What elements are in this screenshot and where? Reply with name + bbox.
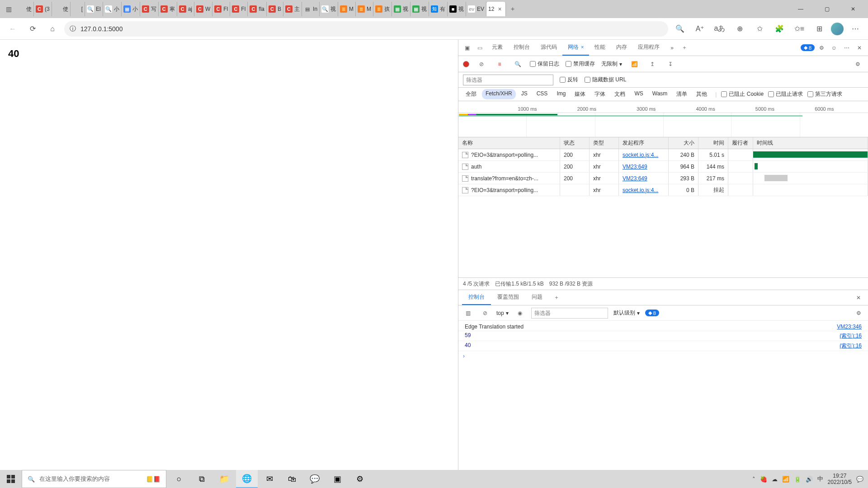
search-icon[interactable]: 🔍 <box>672 21 688 37</box>
network-request-row[interactable]: translate?from=en&to=zh-... 200 xhr VM23… <box>458 173 868 184</box>
browser-tab[interactable]: ▦视 <box>392 2 410 16</box>
tray-ime-indicator[interactable]: 中 <box>817 475 823 483</box>
console-line[interactable]: 59(索引):16 <box>458 331 868 341</box>
task-taskview-icon[interactable]: ⧉ <box>191 470 212 488</box>
tab-actions-icon[interactable]: ▥ <box>2 2 15 16</box>
disable-cache-checkbox[interactable]: 禁用缓存 <box>566 60 595 68</box>
add-tab-icon[interactable]: ＋ <box>679 42 690 54</box>
settings-icon[interactable]: ⚙ <box>816 42 827 54</box>
browser-tab[interactable]: C主 <box>283 2 302 16</box>
browser-tab[interactable]: Caj <box>177 2 194 16</box>
customize-icon[interactable]: ⋯ <box>841 42 853 54</box>
drawer-close-icon[interactable]: ✕ <box>853 292 864 304</box>
address-bar[interactable]: ⓘ 127.0.0.1:5000 <box>64 21 668 37</box>
issues-badge[interactable]: ◆ 8 <box>801 44 815 51</box>
task-pycharm-icon[interactable]: ▣ <box>326 470 348 488</box>
taskbar-search[interactable]: 🔍 在这里输入你要搜索的内容 📒📕 <box>22 470 166 488</box>
feedback-icon[interactable]: ☺ <box>828 42 840 54</box>
more-tabs-icon[interactable]: » <box>666 42 678 54</box>
network-type-filter[interactable]: 清单 <box>673 89 691 99</box>
col-initiator[interactable]: 发起程序 <box>619 137 669 149</box>
browser-tab[interactable]: ▦小 <box>122 2 140 16</box>
col-fulfilled[interactable]: 履行者 <box>728 137 753 149</box>
console-prompt[interactable]: › <box>458 351 868 361</box>
zoom-icon[interactable]: ⊕ <box>731 21 748 37</box>
tab-close-icon[interactable]: × <box>496 5 503 13</box>
browser-tab[interactable]: C(3 <box>34 2 52 16</box>
network-type-filter[interactable]: 其他 <box>693 89 711 99</box>
throttle-select[interactable]: 无限制 ▾ <box>601 60 622 68</box>
browser-tab[interactable]: 🔍视 <box>320 2 338 16</box>
browser-tab[interactable]: C寒 <box>159 2 177 16</box>
task-explorer-icon[interactable]: 📁 <box>213 470 235 488</box>
network-type-checkbox[interactable]: 已阻止请求 <box>768 90 803 98</box>
window-close-button[interactable]: ✕ <box>840 0 866 18</box>
export-har-icon[interactable]: ↧ <box>665 58 676 70</box>
col-time[interactable]: 时间 <box>698 137 728 149</box>
drawer-tab[interactable]: 问题 <box>525 290 549 305</box>
browser-tab[interactable]: ▤In <box>302 2 320 16</box>
browser-tab[interactable]: [ <box>71 2 85 16</box>
network-filter-input[interactable] <box>463 75 553 85</box>
console-level-select[interactable]: 默认级别 ▾ <box>613 309 640 317</box>
browser-tab[interactable]: 知有 <box>429 2 448 16</box>
hide-data-url-checkbox[interactable]: 隐藏数据 URL <box>585 76 626 84</box>
record-button[interactable] <box>463 61 469 67</box>
tray-clock[interactable]: 19:27 2022/10/5 <box>828 473 852 485</box>
browser-tab[interactable]: ▦视 <box>410 2 429 16</box>
network-type-filter[interactable]: Img <box>553 89 569 99</box>
drawer-tab[interactable]: 控制台 <box>462 290 491 305</box>
tray-battery-icon[interactable]: 🔋 <box>794 476 801 483</box>
browser-tab[interactable]: CB <box>267 2 283 16</box>
browser-tab[interactable]: ■视 <box>448 2 466 16</box>
nav-back-button[interactable]: ← <box>5 21 21 37</box>
inspect-icon[interactable]: ▣ <box>461 42 473 54</box>
task-cortana-icon[interactable]: ○ <box>168 470 190 488</box>
read-aloud-icon[interactable]: A⁺ <box>692 21 708 37</box>
tray-wifi-icon[interactable]: 📶 <box>782 476 789 483</box>
filter-icon[interactable]: ≡ <box>494 58 505 70</box>
browser-tab[interactable]: 🔍El <box>85 2 103 16</box>
network-conditions-icon[interactable]: 📶 <box>628 58 640 70</box>
console-filter-input[interactable] <box>531 308 608 319</box>
network-timeline-overview[interactable] <box>458 113 868 137</box>
devtools-tab[interactable]: 内存 <box>611 40 632 56</box>
extensions-icon[interactable]: 🧩 <box>771 21 788 37</box>
col-waterfall[interactable]: 时间线 <box>753 137 868 149</box>
col-size[interactable]: 大小 <box>669 137 698 149</box>
nav-refresh-button[interactable]: ⟳ <box>24 21 41 37</box>
more-icon[interactable]: ⋯ <box>847 21 863 37</box>
new-tab-button[interactable]: ＋ <box>506 2 519 16</box>
live-expression-icon[interactable]: ◉ <box>514 307 526 319</box>
tray-chevron-icon[interactable]: ˄ <box>752 476 755 483</box>
translate-icon[interactable]: aあ <box>712 21 728 37</box>
preserve-log-checkbox[interactable]: 保留日志 <box>530 60 559 68</box>
devtools-tab[interactable]: 控制台 <box>508 40 535 56</box>
console-issues-badge[interactable]: ◆ 8 <box>645 310 659 316</box>
nav-home-button[interactable]: ⌂ <box>44 21 61 37</box>
console-settings-icon[interactable]: ⚙ <box>853 307 864 319</box>
browser-tab[interactable]: ≣孩 <box>373 2 392 16</box>
browser-tab[interactable]: 🔍小 <box>103 2 122 16</box>
collections-icon[interactable]: ⊞ <box>811 21 827 37</box>
drawer-tab[interactable]: 覆盖范围 <box>491 290 525 305</box>
task-store-icon[interactable]: 🛍 <box>281 470 303 488</box>
browser-tab[interactable]: CFl <box>212 2 230 16</box>
task-edge-icon[interactable]: 🌐 <box>236 470 258 488</box>
devtools-tab[interactable]: 源代码 <box>535 40 562 56</box>
invert-checkbox[interactable]: 反转 <box>560 76 578 84</box>
tray-notifications-icon[interactable]: 💬 <box>856 476 863 483</box>
network-request-row[interactable]: ?EIO=3&transport=polling... xhr socket.i… <box>458 184 868 196</box>
browser-tab[interactable]: evEV <box>466 2 486 16</box>
devtools-tab[interactable]: 性能 <box>589 40 611 56</box>
task-wechat-icon[interactable]: 💬 <box>304 470 326 488</box>
network-type-filter[interactable]: WS <box>631 89 646 99</box>
col-type[interactable]: 类型 <box>590 137 619 149</box>
window-minimize-button[interactable]: — <box>788 0 814 18</box>
network-type-filter[interactable]: 媒体 <box>571 89 589 99</box>
favorite-icon[interactable]: ✩ <box>751 21 768 37</box>
console-context-select[interactable]: top ▾ <box>496 310 509 316</box>
network-type-checkbox[interactable]: 第三方请求 <box>807 90 842 98</box>
browser-tab[interactable]: 使 <box>15 2 34 16</box>
network-type-filter[interactable]: 全部 <box>462 89 480 99</box>
